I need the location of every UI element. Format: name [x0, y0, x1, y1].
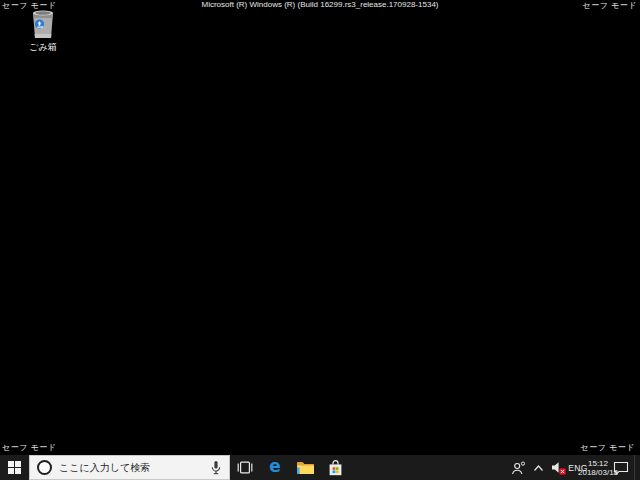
windows-logo-icon: [8, 461, 21, 474]
cortana-icon[interactable]: [37, 460, 52, 475]
clock-time: 15:12: [588, 459, 608, 468]
file-explorer-icon: [296, 460, 315, 475]
recycle-bin-icon: [27, 7, 59, 41]
file-explorer-button[interactable]: [290, 455, 320, 480]
chevron-up-icon: [533, 464, 544, 472]
volume-muted-icon: [551, 461, 566, 475]
microphone-icon[interactable]: [210, 460, 222, 476]
edge-icon: e: [269, 458, 281, 475]
safe-mode-label-bottom-right: セーフ モード: [581, 442, 635, 453]
search-box[interactable]: [29, 455, 230, 480]
people-button[interactable]: [508, 455, 528, 480]
volume-button[interactable]: [548, 455, 568, 480]
safe-mode-label-bottom-left: セーフ モード: [2, 442, 56, 453]
store-button[interactable]: [320, 455, 350, 480]
recycle-bin-label: ごみ箱: [29, 42, 56, 52]
edge-browser-button[interactable]: e: [260, 455, 290, 480]
windows-build-watermark: Microsoft (R) Windows (R) (Build 16299.r…: [0, 0, 640, 9]
show-desktop-button[interactable]: [634, 455, 640, 480]
taskbar: e: [0, 455, 640, 480]
search-input[interactable]: [59, 462, 206, 473]
task-view-icon: [236, 461, 254, 474]
system-tray: ENG 15:12 2018/03/18: [508, 455, 640, 480]
start-button[interactable]: [0, 455, 29, 480]
screen: { "desktop": { "background_color": "#000…: [0, 0, 640, 480]
recycle-bin-desktop-icon[interactable]: ごみ箱: [14, 7, 72, 52]
store-icon: [328, 459, 343, 477]
people-icon: [511, 461, 526, 475]
task-view-button[interactable]: [230, 455, 260, 480]
action-center-icon: [613, 461, 629, 475]
action-center-button[interactable]: [608, 455, 634, 480]
clock[interactable]: 15:12 2018/03/18: [588, 455, 608, 480]
safe-mode-label-top-right: セーフ モード: [583, 0, 637, 11]
hidden-icons-button[interactable]: [528, 455, 548, 480]
desktop[interactable]: セーフ モード Microsoft (R) Windows (R) (Build…: [0, 0, 640, 455]
